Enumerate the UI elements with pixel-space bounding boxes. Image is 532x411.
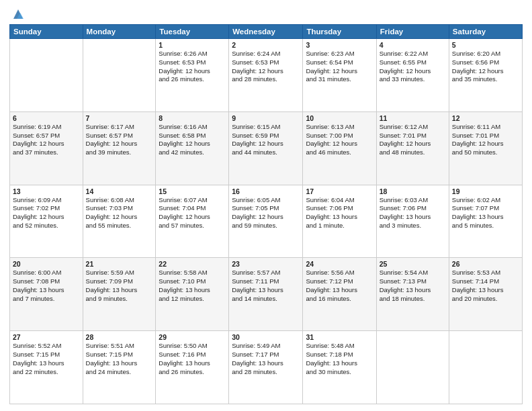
day-info-line: Sunrise: 5:57 AM xyxy=(232,269,300,277)
day-info-line: Sunrise: 6:22 AM xyxy=(380,50,446,58)
day-info-line: Sunrise: 6:16 AM xyxy=(159,123,226,132)
calendar-cell: 16Sunrise: 6:05 AMSunset: 7:05 PMDayligh… xyxy=(229,185,303,258)
day-info-line: Sunrise: 5:59 AM xyxy=(86,269,153,277)
day-info-line: and 5 minutes. xyxy=(452,222,519,230)
day-info-line: and 39 minutes. xyxy=(86,148,153,157)
calendar-cell: 9Sunrise: 6:15 AMSunset: 6:59 PMDaylight… xyxy=(229,111,303,185)
calendar-cell: 2Sunrise: 6:24 AMSunset: 6:53 PMDaylight… xyxy=(229,39,303,112)
calendar-cell: 26Sunrise: 5:53 AMSunset: 7:14 PMDayligh… xyxy=(449,258,522,331)
day-number: 5 xyxy=(452,41,519,49)
calendar-cell: 19Sunrise: 6:02 AMSunset: 7:07 PMDayligh… xyxy=(449,185,522,258)
day-info-line: Daylight: 13 hours xyxy=(306,286,373,295)
day-number: 31 xyxy=(306,333,373,341)
day-info-line: Sunrise: 5:53 AM xyxy=(452,269,519,277)
calendar-cell xyxy=(376,331,449,404)
day-info-line: Sunset: 6:55 PM xyxy=(380,58,446,67)
calendar-cell: 23Sunrise: 5:57 AMSunset: 7:11 PMDayligh… xyxy=(229,258,303,331)
day-info-line: Sunrise: 6:08 AM xyxy=(86,196,153,205)
weekday-friday: Friday xyxy=(376,25,449,39)
day-number: 4 xyxy=(380,41,446,49)
weekday-thursday: Thursday xyxy=(303,25,376,39)
day-info-line: Sunset: 7:04 PM xyxy=(159,204,226,213)
day-info-line: Sunset: 7:05 PM xyxy=(232,204,300,213)
day-info-line: Sunset: 7:12 PM xyxy=(306,277,373,286)
day-info-line: Sunrise: 6:11 AM xyxy=(452,123,519,132)
day-info-line: Sunrise: 6:00 AM xyxy=(13,269,80,277)
day-number: 17 xyxy=(306,187,373,195)
day-info-line: Daylight: 13 hours xyxy=(452,213,519,222)
day-info-line: and 20 minutes. xyxy=(452,295,519,304)
header xyxy=(9,7,523,21)
day-info-line: Daylight: 13 hours xyxy=(306,359,373,368)
day-number: 18 xyxy=(380,187,446,195)
day-info-line: and 7 minutes. xyxy=(13,295,80,304)
calendar-cell xyxy=(10,39,83,112)
calendar-cell: 6Sunrise: 6:19 AMSunset: 6:57 PMDaylight… xyxy=(10,111,83,185)
week-row-1: 1Sunrise: 6:26 AMSunset: 6:53 PMDaylight… xyxy=(10,39,523,112)
day-number: 2 xyxy=(232,41,300,49)
day-info-line: Sunset: 7:00 PM xyxy=(306,132,373,140)
calendar-cell: 25Sunrise: 5:54 AMSunset: 7:13 PMDayligh… xyxy=(376,258,449,331)
day-number: 14 xyxy=(86,187,153,195)
calendar-cell: 15Sunrise: 6:07 AMSunset: 7:04 PMDayligh… xyxy=(156,185,229,258)
logo xyxy=(9,7,26,21)
day-number: 8 xyxy=(159,114,226,122)
day-info-line: Daylight: 12 hours xyxy=(86,213,153,222)
day-info-line: Sunrise: 6:13 AM xyxy=(306,123,373,132)
day-info-line: Sunrise: 6:15 AM xyxy=(232,123,300,132)
day-info-line: Daylight: 13 hours xyxy=(380,213,446,222)
day-info-line: Sunset: 7:09 PM xyxy=(86,277,153,286)
day-info-line: Sunrise: 6:05 AM xyxy=(232,196,300,205)
day-number: 22 xyxy=(159,260,226,268)
day-info-line: Sunset: 7:17 PM xyxy=(232,351,300,359)
day-info-line: Sunrise: 5:54 AM xyxy=(380,269,446,277)
calendar-cell xyxy=(449,331,522,404)
day-info-line: Sunrise: 5:48 AM xyxy=(306,342,373,351)
calendar-cell: 24Sunrise: 5:56 AMSunset: 7:12 PMDayligh… xyxy=(303,258,376,331)
day-info-line: Daylight: 13 hours xyxy=(380,286,446,295)
day-info-line: Sunset: 7:13 PM xyxy=(380,277,446,286)
day-number: 13 xyxy=(13,187,80,195)
day-info-line: Daylight: 12 hours xyxy=(452,140,519,148)
day-number: 12 xyxy=(452,114,519,122)
page: SundayMondayTuesdayWednesdayThursdayFrid… xyxy=(0,0,532,411)
day-info-line: Daylight: 12 hours xyxy=(159,140,226,148)
calendar-cell: 22Sunrise: 5:58 AMSunset: 7:10 PMDayligh… xyxy=(156,258,229,331)
week-row-4: 20Sunrise: 6:00 AMSunset: 7:08 PMDayligh… xyxy=(10,258,523,331)
day-info-line: Sunset: 7:11 PM xyxy=(232,277,300,286)
day-info-line: Sunset: 7:15 PM xyxy=(86,351,153,359)
day-info-line: Daylight: 12 hours xyxy=(306,67,373,76)
day-info-line: Sunrise: 6:23 AM xyxy=(306,50,373,58)
day-info-line: Sunrise: 5:58 AM xyxy=(159,269,226,277)
day-info-line: Sunset: 6:58 PM xyxy=(159,132,226,140)
day-info-line: Daylight: 12 hours xyxy=(232,140,300,148)
day-info-line: and 16 minutes. xyxy=(306,295,373,304)
day-info-line: Sunrise: 6:20 AM xyxy=(452,50,519,58)
day-info-line: Daylight: 12 hours xyxy=(232,67,300,76)
day-info-line: and 3 minutes. xyxy=(380,222,446,230)
calendar-cell: 21Sunrise: 5:59 AMSunset: 7:09 PMDayligh… xyxy=(83,258,156,331)
day-info-line: Sunset: 7:10 PM xyxy=(159,277,226,286)
day-info-line: Sunrise: 5:51 AM xyxy=(86,342,153,351)
calendar-cell: 14Sunrise: 6:08 AMSunset: 7:03 PMDayligh… xyxy=(83,185,156,258)
day-info-line: and 9 minutes. xyxy=(86,295,153,304)
day-info-line: Daylight: 12 hours xyxy=(380,140,446,148)
day-number: 27 xyxy=(13,333,80,341)
day-info-line: and 55 minutes. xyxy=(86,222,153,230)
calendar-cell: 30Sunrise: 5:49 AMSunset: 7:17 PMDayligh… xyxy=(229,331,303,404)
calendar-cell: 5Sunrise: 6:20 AMSunset: 6:56 PMDaylight… xyxy=(449,39,522,112)
day-number: 7 xyxy=(86,114,153,122)
day-info-line: and 24 minutes. xyxy=(86,368,153,377)
day-info-line: Sunset: 7:03 PM xyxy=(86,204,153,213)
day-info-line: and 22 minutes. xyxy=(13,368,80,377)
day-info-line: and 42 minutes. xyxy=(159,148,226,157)
calendar-cell: 4Sunrise: 6:22 AMSunset: 6:55 PMDaylight… xyxy=(376,39,449,112)
day-info-line: Sunset: 7:16 PM xyxy=(159,351,226,359)
day-number: 25 xyxy=(380,260,446,268)
day-info-line: Sunset: 7:02 PM xyxy=(13,204,80,213)
calendar-cell: 1Sunrise: 6:26 AMSunset: 6:53 PMDaylight… xyxy=(156,39,229,112)
calendar-table: SundayMondayTuesdayWednesdayThursdayFrid… xyxy=(9,24,523,404)
day-number: 9 xyxy=(232,114,300,122)
day-info-line: Sunset: 6:54 PM xyxy=(306,58,373,67)
calendar-cell: 28Sunrise: 5:51 AMSunset: 7:15 PMDayligh… xyxy=(83,331,156,404)
